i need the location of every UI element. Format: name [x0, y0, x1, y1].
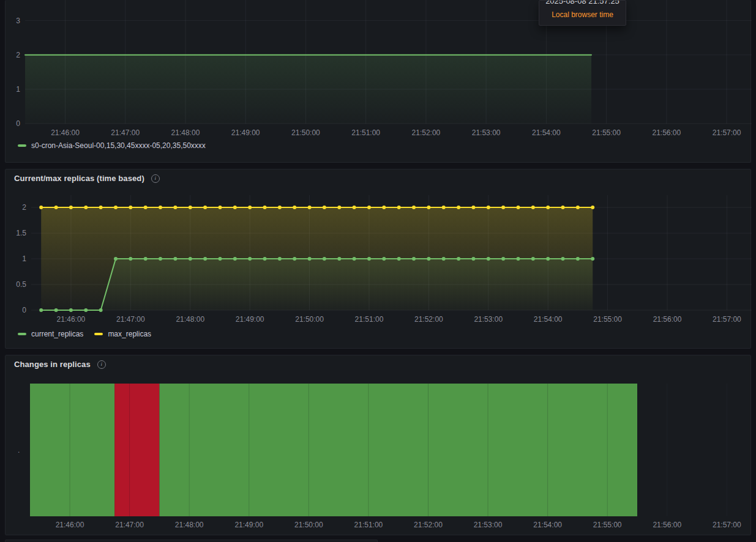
tooltip-timezone-label: Local browser time [539, 7, 626, 25]
legend-item-max-replicas[interactable]: max_replicas [94, 330, 151, 338]
legend-item-cron-series[interactable]: s0-cron-Asia-Seoul-00,15,30,45xxxx-05,20… [18, 141, 206, 150]
panel-title[interactable]: Current/max replicas (time based) [14, 174, 144, 183]
data-point [353, 206, 356, 209]
data-point [144, 206, 148, 209]
data-point [442, 206, 446, 209]
data-point [84, 308, 88, 312]
svg-text:21:52:00: 21:52:00 [414, 521, 443, 529]
svg-text:21:57:00: 21:57:00 [713, 315, 741, 324]
svg-text:1: 1 [22, 254, 26, 263]
legend: current_replicas max_replicas [18, 330, 151, 338]
svg-text:21:47:00: 21:47:00 [116, 315, 145, 324]
svg-text:21:51:00: 21:51:00 [354, 521, 383, 529]
series-s0-cron-Asia-Seoul-00,15,30,45xxxx-05,20,35,50xxxx [25, 55, 591, 124]
data-point [337, 206, 341, 209]
svg-text:21:50:00: 21:50:00 [294, 521, 323, 529]
svg-text:21:56:00: 21:56:00 [653, 521, 681, 529]
time-tooltip: 2025-08-08 21:57:25 Local browser time [539, 0, 626, 26]
svg-text:21:48:00: 21:48:00 [171, 128, 200, 137]
data-point [203, 257, 207, 261]
data-point [114, 257, 118, 261]
data-point [233, 257, 237, 261]
data-point [487, 257, 490, 261]
svg-text:21:56:00: 21:56:00 [652, 128, 681, 137]
data-point [219, 257, 222, 261]
svg-text:21:49:00: 21:49:00 [234, 521, 263, 529]
panel-title[interactable]: Changes in replicas [14, 360, 91, 369]
data-point [144, 257, 148, 261]
data-point [517, 257, 520, 261]
data-point [576, 206, 580, 209]
data-point [471, 206, 475, 209]
data-point [323, 206, 326, 209]
data-point [382, 206, 386, 209]
data-point [248, 257, 252, 261]
data-point [471, 257, 475, 261]
data-point [219, 206, 222, 209]
svg-text:21:55:00: 21:55:00 [592, 128, 621, 137]
data-point [457, 206, 460, 209]
data-point [173, 257, 177, 261]
data-point [531, 257, 535, 261]
svg-text:21:56:00: 21:56:00 [653, 315, 682, 324]
svg-text:21:55:00: 21:55:00 [593, 521, 622, 529]
data-point [353, 257, 356, 261]
data-point [457, 257, 460, 261]
svg-text:21:47:00: 21:47:00 [111, 128, 140, 137]
data-point [367, 206, 371, 209]
data-point [561, 257, 565, 261]
data-point [546, 257, 550, 261]
data-point [293, 206, 296, 209]
state-segment[interactable] [159, 384, 637, 516]
svg-text:0: 0 [22, 306, 26, 314]
series-fill [41, 259, 593, 310]
state-segment[interactable] [30, 384, 114, 516]
state-segment[interactable] [114, 384, 159, 516]
data-point [39, 206, 43, 209]
data-point [591, 206, 594, 209]
svg-text:21:47:00: 21:47:00 [115, 521, 144, 529]
panel-current-max-replicas: Current/max replicas (time based) i 00.5… [5, 169, 751, 349]
svg-text:0: 0 [16, 119, 20, 128]
replicas-chart-canvas[interactable]: 00.511.5221:46:0021:47:0021:48:0021:49:0… [6, 169, 752, 327]
info-icon[interactable]: i [97, 360, 106, 369]
svg-text:21:53:00: 21:53:00 [472, 128, 501, 137]
data-point [203, 206, 207, 209]
series-color-marker [94, 333, 103, 335]
legend-item-current-replicas[interactable]: current_replicas [18, 330, 83, 338]
data-point [99, 308, 103, 312]
data-point [501, 206, 505, 209]
svg-text:21:48:00: 21:48:00 [176, 315, 204, 324]
svg-text:21:53:00: 21:53:00 [474, 315, 503, 324]
data-point [129, 206, 132, 209]
svg-text:21:57:00: 21:57:00 [713, 128, 741, 137]
data-point [546, 206, 550, 209]
svg-text:21:51:00: 21:51:00 [355, 315, 384, 324]
data-point [189, 257, 192, 261]
data-point [442, 257, 446, 261]
series-color-marker [18, 333, 26, 335]
data-point [159, 206, 162, 209]
data-point [173, 206, 177, 209]
svg-text:21:57:00: 21:57:00 [713, 521, 741, 529]
svg-text:21:54:00: 21:54:00 [534, 315, 563, 324]
data-point [248, 206, 252, 209]
data-point [99, 206, 103, 209]
data-point [233, 206, 237, 209]
legend-label: s0-cron-Asia-Seoul-00,15,30,45xxxx-05,20… [31, 141, 206, 150]
svg-text:21:46:00: 21:46:00 [56, 521, 84, 529]
data-point [427, 257, 430, 261]
svg-text:3: 3 [16, 17, 20, 25]
data-point [69, 308, 73, 312]
state-timeline-canvas[interactable]: 21:46:0021:47:0021:48:0021:49:0021:50:00… [6, 355, 752, 533]
svg-text:21:51:00: 21:51:00 [351, 128, 380, 137]
legend-label: max_replicas [108, 330, 151, 338]
data-point [412, 257, 416, 261]
cron-schedule-chart-canvas[interactable]: 012321:46:0021:47:0021:48:0021:49:0021:5… [6, 0, 752, 147]
data-point [367, 257, 371, 261]
series-color-marker [18, 144, 26, 147]
info-icon[interactable]: i [151, 174, 160, 183]
data-point [263, 257, 267, 261]
svg-text:21:52:00: 21:52:00 [412, 128, 441, 137]
data-point [278, 206, 282, 209]
